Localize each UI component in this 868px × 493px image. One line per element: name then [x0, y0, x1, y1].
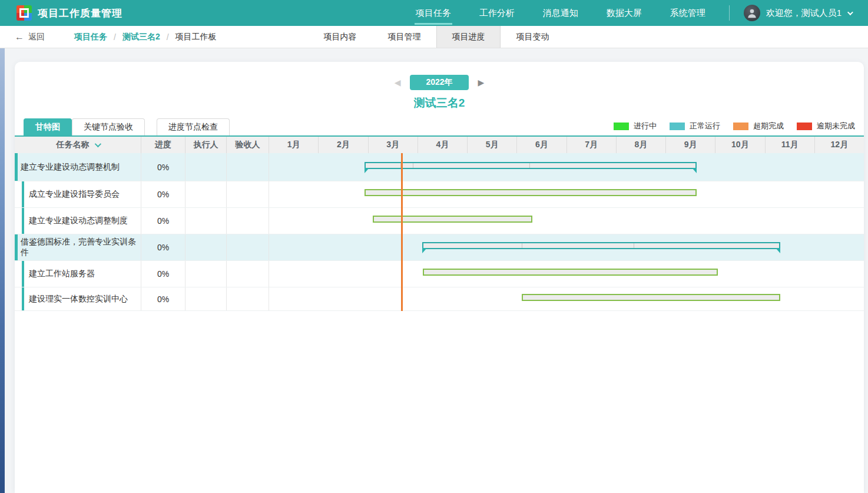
legend-item: 正常运行	[670, 121, 720, 131]
summary-end-cap-left-icon	[422, 248, 427, 253]
chevron-down-icon[interactable]	[94, 141, 101, 147]
welcome-text: 欢迎您，测试人员1	[766, 8, 842, 19]
executor-cell	[185, 181, 227, 207]
app-title: 项目工作质量管理	[38, 6, 122, 20]
gantt-row: 建设理实一体数控实训中心0%	[15, 287, 864, 311]
executor-cell	[185, 287, 227, 310]
brand: 项目工作质量管理	[16, 5, 122, 21]
gantt-body: 建立专业建设动态调整机制0%成立专业建设指导委员会0%建立专业建设动态调整制度0…	[15, 153, 864, 311]
summary-end-cap-right-icon	[776, 248, 780, 253]
gantt-task-bar[interactable]	[373, 216, 532, 223]
gantt-summary-bar[interactable]	[422, 242, 780, 249]
page-tab[interactable]: 项目变动	[501, 26, 565, 48]
year-button[interactable]: 2022年	[410, 75, 468, 90]
column-header-month: 6月	[517, 137, 566, 153]
back-button[interactable]: ← 返回	[15, 32, 45, 42]
progress-cell: 0%	[141, 181, 185, 207]
legend-item: 超期完成	[733, 121, 784, 131]
task-name-cell[interactable]: 借鉴德国标准，完善专业实训条件	[15, 234, 141, 260]
project-title: 测试三名2	[15, 95, 864, 111]
top-nav-item[interactable]: 项目任务	[402, 0, 465, 26]
progress-cell: 0%	[141, 153, 185, 181]
gantt-row: 建立专业建设动态调整制度0%	[15, 208, 864, 234]
view-tabs-row: 甘特图关键节点验收进度节点检查 进行中正常运行超期完成逾期未完成	[15, 118, 864, 135]
legend-swatch	[733, 123, 748, 130]
page-tab[interactable]: 项目管理	[372, 26, 436, 48]
column-header-progress: 进度	[141, 137, 185, 153]
summary-end-cap-left-icon	[365, 168, 369, 173]
legend-swatch	[670, 123, 685, 130]
breadcrumb-item[interactable]: 测试三名2	[122, 32, 160, 42]
top-bar: 项目工作质量管理 项目任务工作分析消息通知数据大屏系统管理 欢迎您，测试人员1	[0, 0, 868, 26]
column-header-month: 9月	[666, 137, 715, 153]
gantt-row: 借鉴德国标准，完善专业实训条件0%	[15, 234, 864, 261]
legend: 进行中正常运行超期完成逾期未完成	[614, 121, 855, 135]
legend-label: 超期完成	[753, 121, 784, 131]
column-header-month: 2月	[319, 137, 368, 153]
executor-cell	[185, 153, 227, 181]
task-name-cell[interactable]: 建立专业建设动态调整制度	[15, 208, 141, 234]
column-header-month: 4月	[418, 137, 468, 153]
column-header-month: 5月	[468, 137, 517, 153]
content-card: ◀ 2022年 ▶ 测试三名2 甘特图关键节点验收进度节点检查 进行中正常运行超…	[15, 62, 864, 493]
background-strip	[0, 48, 5, 493]
view-tab[interactable]: 进度节点检查	[157, 118, 230, 135]
acceptor-cell	[227, 261, 269, 287]
progress-cell: 0%	[141, 287, 185, 310]
page-tab[interactable]: 项目内容	[308, 26, 372, 48]
legend-swatch	[614, 123, 629, 130]
progress-cell: 0%	[141, 208, 185, 234]
main-area: ◀ 2022年 ▶ 测试三名2 甘特图关键节点验收进度节点检查 进行中正常运行超…	[0, 48, 868, 493]
gantt-row: 成立专业建设指导委员会0%	[15, 181, 864, 208]
top-nav-item[interactable]: 数据大屏	[592, 0, 656, 26]
executor-cell	[185, 261, 227, 287]
progress-cell: 0%	[141, 234, 185, 260]
top-nav-item[interactable]: 工作分析	[465, 0, 529, 26]
column-header-month: 11月	[766, 137, 815, 153]
top-nav-item[interactable]: 消息通知	[529, 0, 592, 26]
prev-year-button[interactable]: ◀	[395, 78, 401, 87]
top-nav: 项目任务工作分析消息通知数据大屏系统管理	[402, 0, 720, 26]
legend-swatch	[797, 123, 812, 130]
today-marker-line	[401, 153, 403, 311]
column-header-executor: 执行人	[185, 137, 227, 153]
chevron-down-icon[interactable]	[847, 9, 853, 15]
task-name-cell[interactable]: 建立工作站服务器	[15, 261, 141, 287]
acceptor-cell	[227, 287, 269, 310]
column-header-label: 任务名称	[57, 140, 90, 150]
task-name-cell[interactable]: 成立专业建设指导委员会	[15, 181, 141, 207]
breadcrumb-item[interactable]: 项目工作板	[175, 32, 217, 42]
back-label: 返回	[28, 32, 45, 42]
breadcrumb-item[interactable]: 项目任务	[74, 32, 107, 42]
gantt-header-row: 任务名称进度执行人验收人1月2月3月4月5月6月7月8月9月10月11月12月	[15, 137, 864, 153]
view-tab[interactable]: 甘特图	[24, 118, 72, 135]
page-tabs: 项目内容项目管理项目进度项目变动	[308, 26, 565, 48]
gantt-row: 建立工作站服务器0%	[15, 261, 864, 287]
gantt-summary-bar[interactable]	[365, 162, 696, 169]
acceptor-cell	[227, 153, 269, 181]
next-year-button[interactable]: ▶	[478, 78, 485, 87]
user-menu[interactable]: 欢迎您，测试人员1	[729, 5, 852, 21]
page-tab[interactable]: 项目进度	[436, 26, 501, 48]
legend-item: 进行中	[614, 121, 657, 131]
breadcrumb-separator: /	[114, 32, 116, 42]
view-tabs: 甘特图关键节点验收进度节点检查	[24, 118, 230, 135]
gantt-task-bar[interactable]	[365, 189, 696, 196]
top-nav-item[interactable]: 系统管理	[656, 0, 720, 26]
avatar[interactable]	[744, 5, 760, 21]
gantt-task-bar[interactable]	[522, 294, 780, 301]
arrow-left-icon: ←	[15, 32, 24, 42]
task-name-cell[interactable]: 建立专业建设动态调整机制	[15, 153, 141, 181]
column-header-month: 10月	[715, 137, 765, 153]
breadcrumb: 项目任务/测试三名2/项目工作板	[74, 32, 217, 42]
acceptor-cell	[227, 208, 269, 234]
view-tab[interactable]: 关键节点验收	[72, 118, 145, 135]
bar-segment-divider	[634, 243, 634, 248]
gantt-task-bar[interactable]	[423, 269, 718, 276]
legend-label: 正常运行	[690, 121, 720, 131]
task-name-cell[interactable]: 建设理实一体数控实训中心	[15, 287, 141, 310]
bar-segment-divider	[522, 243, 522, 248]
breadcrumb-separator: /	[167, 32, 169, 42]
summary-end-cap-right-icon	[692, 168, 697, 173]
progress-cell: 0%	[141, 261, 185, 287]
